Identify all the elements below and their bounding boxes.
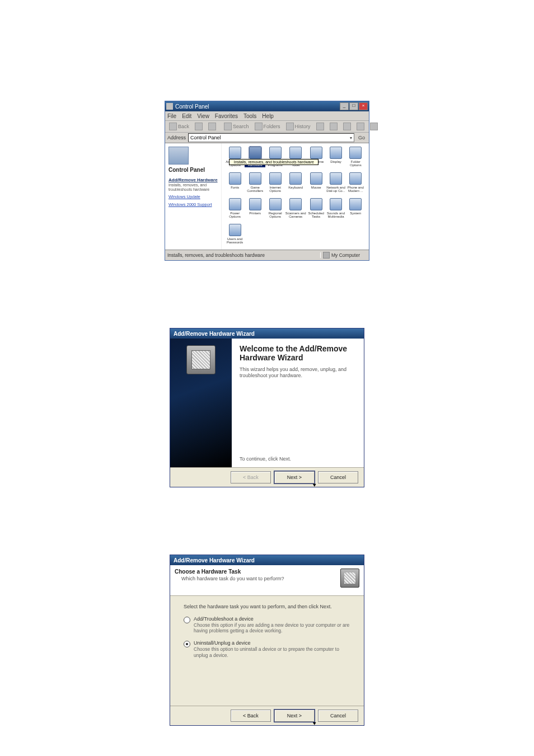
history-button[interactable]: History <box>284 123 312 130</box>
programs-icon <box>269 147 282 159</box>
cp-item-label: Keyboard <box>288 186 303 189</box>
minimize-button[interactable]: _ <box>340 102 349 110</box>
back-button[interactable]: < Back <box>231 710 271 722</box>
menu-edit[interactable]: Edit <box>182 113 191 119</box>
icon-grid: Accessibility OptionsAdd/Remove Hardware… <box>222 143 369 250</box>
cp-item-sounds-icon[interactable]: Sounds and Multimedia <box>326 198 345 223</box>
cp-item-display-icon[interactable]: Display <box>326 147 345 171</box>
status-right-text: My Computer <box>331 252 360 258</box>
next-button[interactable]: Next > <box>274 710 315 722</box>
search-icon <box>224 123 232 130</box>
cp-item-label: Power Options <box>225 212 245 219</box>
left-headline: Add/Remove Hardware <box>168 177 218 182</box>
next-button[interactable]: Next > <box>274 471 315 483</box>
folders-button[interactable]: Folders <box>253 123 282 130</box>
access-icon <box>229 147 241 159</box>
control-panel-window: Control Panel _ □ × File Edit View Favor… <box>165 101 369 261</box>
window-title: Control Panel <box>175 104 209 110</box>
cp-item-label: Phone and Modem ... <box>346 186 366 193</box>
cp-item-label: Printers <box>249 212 261 215</box>
fonts-icon <box>229 172 241 185</box>
regional-icon <box>269 198 282 210</box>
system-icon <box>349 198 362 210</box>
undo-icon <box>357 123 364 130</box>
wizard-heading: Welcome to the Add/Remove Hardware Wizar… <box>240 344 357 362</box>
cp-item-game-icon[interactable]: Game Controllers <box>245 172 265 197</box>
date-icon <box>310 147 322 159</box>
cp-item-users-icon[interactable]: Users and Passwords <box>225 224 245 248</box>
address-label: Address <box>167 135 186 140</box>
menu-view[interactable]: View <box>197 113 209 119</box>
power-icon <box>229 198 241 210</box>
up-button[interactable] <box>207 123 218 130</box>
wizard-titlebar[interactable]: Add/Remove Hardware Wizard <box>170 555 364 565</box>
windows-update-link[interactable]: Windows Update <box>168 194 218 199</box>
moveto-icon <box>316 123 324 130</box>
cp-item-label: Game Controllers <box>245 186 265 193</box>
wizard-instruction: Select the hardware task you want to per… <box>184 604 354 609</box>
control-panel-icon <box>166 103 173 110</box>
address-input[interactable]: Control Panel ▾ <box>188 133 354 142</box>
back-button[interactable]: Back <box>167 123 191 130</box>
radio-icon[interactable] <box>184 641 190 647</box>
maximize-button[interactable]: □ <box>349 102 358 110</box>
menu-file[interactable]: File <box>167 113 176 119</box>
cp-item-scanner-icon[interactable]: Scanners and Cameras <box>285 198 306 223</box>
cp-item-hardware-icon[interactable]: Add/Remove HardwareInstalls, removes, an… <box>245 147 265 171</box>
menu-help[interactable]: Help <box>262 113 274 119</box>
titlebar[interactable]: Control Panel _ □ × <box>165 101 369 111</box>
wizard-continue-text: To continue, click Next. <box>240 456 357 462</box>
close-button[interactable]: × <box>359 102 368 110</box>
cp-item-power-icon[interactable]: Power Options <box>225 198 245 223</box>
radio-uninstall-unplug[interactable]: Uninstall/Unplug a device Choose this op… <box>184 640 354 658</box>
cp-item-system-icon[interactable]: System <box>346 198 366 223</box>
cp-item-regional-icon[interactable]: Regional Options <box>265 198 285 223</box>
menubar: File Edit View Favorites Tools Help <box>165 111 369 121</box>
cp-item-tasks-icon[interactable]: Scheduled Tasks <box>306 198 326 223</box>
menu-favorites[interactable]: Favorites <box>215 113 238 119</box>
cp-item-folder-icon[interactable]: Folder Options <box>346 147 366 171</box>
forward-icon <box>195 123 203 130</box>
left-panel: Control Panel Add/Remove Hardware Instal… <box>165 143 222 250</box>
moveto-button[interactable] <box>315 123 326 130</box>
delete-button[interactable] <box>341 123 353 130</box>
search-button[interactable]: Search <box>222 123 251 130</box>
radio-icon[interactable] <box>184 617 190 623</box>
cancel-button[interactable]: Cancel <box>318 710 358 722</box>
wizard-welcome-dialog: Add/Remove Hardware Wizard Welcome to th… <box>170 328 364 487</box>
cp-item-printers-icon[interactable]: Printers <box>245 198 265 223</box>
forward-button[interactable] <box>193 123 204 130</box>
windows-support-link[interactable]: Windows 2000 Support <box>168 202 218 207</box>
control-panel-large-icon <box>168 147 189 165</box>
cp-item-label: Folder Options <box>346 160 366 167</box>
admin-icon <box>289 147 302 159</box>
wizard-choose-task-dialog: Add/Remove Hardware Wizard Choose a Hard… <box>170 555 364 726</box>
mouse-icon <box>310 172 322 185</box>
cp-item-label: Fonts <box>231 186 239 189</box>
cp-item-internet-icon[interactable]: Internet Options <box>265 172 285 197</box>
cp-item-keyboard-icon[interactable]: Keyboard <box>285 172 306 197</box>
cp-item-phone-icon[interactable]: Phone and Modem ... <box>346 172 366 197</box>
go-button[interactable]: Go <box>357 135 367 140</box>
radio-add-troubleshoot[interactable]: Add/Troubleshoot a device Choose this op… <box>184 616 354 633</box>
addressbar: Address Control Panel ▾ Go <box>165 133 369 143</box>
copyto-button[interactable] <box>328 123 339 130</box>
statusbar: Installs, removes, and troubleshoots har… <box>165 250 369 260</box>
delete-icon <box>343 123 351 130</box>
cancel-button[interactable]: Cancel <box>318 471 358 483</box>
sounds-icon <box>330 198 342 210</box>
chevron-down-icon[interactable]: ▾ <box>350 135 352 140</box>
game-icon <box>249 172 261 185</box>
views-button[interactable] <box>368 123 380 130</box>
wizard-sidebar <box>170 339 232 467</box>
wizard-titlebar[interactable]: Add/Remove Hardware Wizard <box>170 328 364 339</box>
menu-tools[interactable]: Tools <box>243 113 256 119</box>
cp-item-network-icon[interactable]: Network and Dial-up Co... <box>326 172 345 197</box>
history-icon <box>286 123 294 130</box>
tasks-icon <box>310 198 322 210</box>
cp-item-mouse-icon[interactable]: Mouse <box>306 172 326 197</box>
undo-button[interactable] <box>355 123 366 130</box>
hardware-icon <box>340 569 359 588</box>
keyboard-icon <box>289 172 302 185</box>
cp-item-fonts-icon[interactable]: Fonts <box>225 172 245 197</box>
